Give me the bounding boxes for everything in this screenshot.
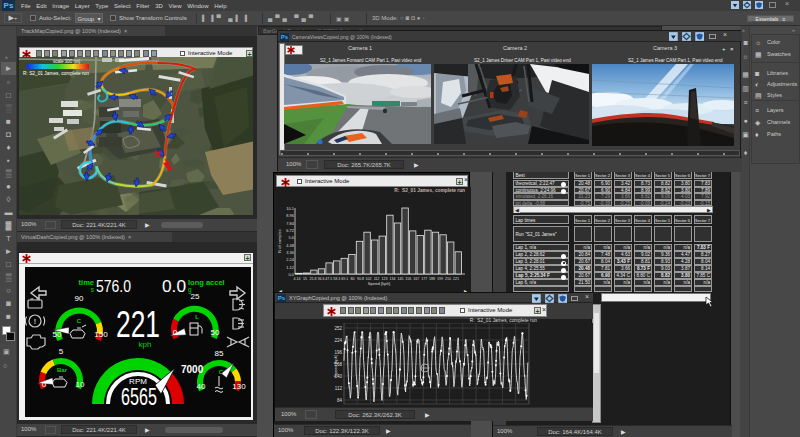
svg-text:0.0: 0.0	[162, 277, 186, 296]
svg-text:long accel: long accel	[188, 278, 225, 287]
svg-text:3.36: 3.36	[286, 250, 295, 255]
svg-text:134: 134	[389, 277, 395, 281]
svg-text:221: 221	[453, 277, 459, 281]
svg-text:4.48: 4.48	[286, 243, 295, 248]
svg-text:85: 85	[215, 349, 224, 358]
svg-text:150: 150	[94, 330, 108, 339]
svg-text:C: C	[77, 318, 82, 324]
svg-text:167: 167	[413, 277, 419, 281]
svg-text:!: !	[34, 318, 36, 325]
svg-text:6565: 6565	[121, 384, 157, 410]
svg-text:196: 196	[334, 350, 342, 355]
svg-text:kph: kph	[139, 340, 152, 349]
svg-text:199: 199	[437, 277, 443, 281]
svg-text:36.6: 36.6	[317, 277, 324, 281]
svg-text:0: 0	[173, 328, 178, 337]
svg-text:112: 112	[335, 386, 343, 391]
svg-text:10.1: 10.1	[286, 206, 295, 211]
svg-text:90: 90	[75, 294, 84, 303]
svg-text:25: 25	[191, 292, 200, 301]
svg-text:R: S2_01 James, complete run: R: S2_01 James, complete run	[23, 71, 89, 76]
svg-text:4.14: 4.14	[294, 277, 301, 281]
svg-text:50: 50	[211, 328, 220, 337]
svg-text:2.24: 2.24	[286, 257, 295, 262]
svg-text:188: 188	[429, 277, 435, 281]
svg-text:25.8: 25.8	[309, 277, 316, 281]
svg-text:58.3: 58.3	[333, 277, 340, 281]
svg-text:scale 300 (m): scale 300 (m)	[53, 59, 81, 64]
svg-text:145: 145	[397, 277, 403, 281]
svg-text:6.72: 6.72	[286, 228, 295, 233]
svg-text:224: 224	[334, 338, 342, 343]
svg-text:47.5: 47.5	[325, 277, 332, 281]
svg-text:5.6: 5.6	[288, 235, 294, 240]
svg-text:130: 130	[232, 382, 246, 391]
svg-text:84: 84	[337, 398, 343, 403]
svg-text:Speed [kph]: Speed [kph]	[368, 281, 390, 286]
svg-text:80: 80	[351, 277, 355, 281]
svg-text:1.12: 1.12	[286, 265, 295, 270]
svg-text:Bar: Bar	[57, 367, 68, 373]
svg-text:7.84: 7.84	[286, 221, 295, 226]
svg-text:8.96: 8.96	[286, 213, 295, 218]
svg-text:90.8: 90.8	[357, 277, 364, 281]
svg-text:Speed [kph]: Speed [kph]	[333, 355, 338, 377]
svg-text:221: 221	[116, 304, 160, 345]
svg-text:576.0: 576.0	[96, 277, 131, 296]
svg-text:69.1: 69.1	[341, 277, 348, 281]
svg-text:177: 177	[421, 277, 427, 281]
svg-text:C: C	[219, 369, 224, 375]
svg-text:L: L	[195, 314, 199, 320]
svg-text:15: 15	[303, 277, 307, 281]
svg-text:5: 5	[59, 347, 64, 356]
svg-text:40: 40	[197, 382, 206, 391]
svg-text:210: 210	[445, 277, 451, 281]
svg-text:7000: 7000	[181, 364, 204, 375]
svg-text:50: 50	[53, 330, 62, 339]
svg-text:0: 0	[42, 380, 47, 389]
svg-text:N of samples: N of samples	[277, 229, 282, 252]
svg-text:252: 252	[334, 326, 342, 331]
svg-text:10: 10	[76, 380, 85, 389]
svg-text:156: 156	[405, 277, 411, 281]
